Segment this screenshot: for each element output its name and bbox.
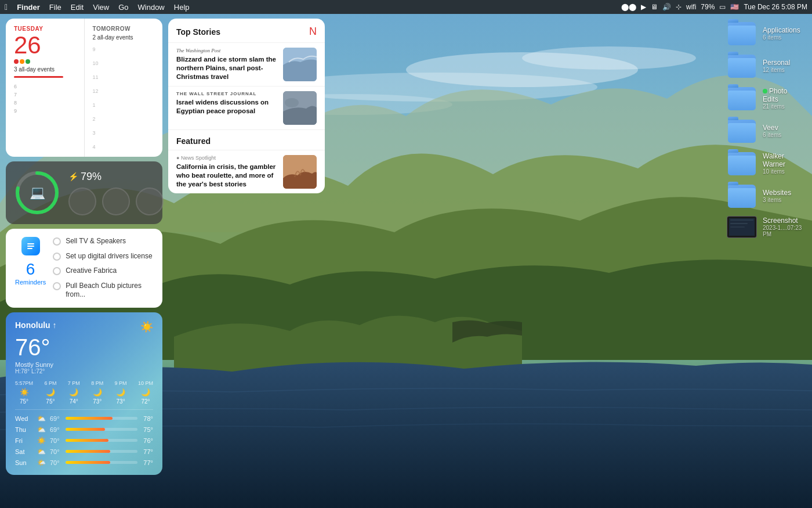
news-story-2[interactable]: THE WALL STREET JOURNAL Israel widens di…: [168, 86, 325, 129]
folder-websites: [727, 183, 757, 208]
battery-icon: ▭: [719, 3, 726, 11]
news-spotlight-label: ● News Spotlight: [176, 155, 277, 161]
laptop-icon: 💻: [30, 185, 45, 200]
reminder-item-1: Sell TV & Speakers: [53, 237, 153, 246]
battery-info: ⚡ 79%: [68, 171, 164, 215]
calendar-time-bar: [14, 76, 63, 78]
news-apple-icon: N: [309, 26, 317, 38]
event-dot-orange: [20, 59, 24, 64]
hour-time-1: 6 PM: [44, 380, 56, 386]
news-story-1[interactable]: The Washington Post Blizzard and ice sto…: [168, 42, 325, 86]
weather-day-bar-container-3: [66, 450, 138, 453]
tomorrow-label: TOMORROW: [93, 26, 155, 32]
weather-day-icon-1: ⛅: [36, 426, 46, 434]
bluetooth-icon[interactable]: ⊹: [676, 3, 682, 11]
finder-menu[interactable]: Finder: [17, 3, 40, 12]
news-widget[interactable]: Top Stories N The Washington Post Blizza…: [168, 19, 325, 193]
volume-icon[interactable]: 🔊: [662, 3, 671, 11]
hour-temp-4: 73°: [117, 398, 125, 405]
stack-screenshot[interactable]: Screenshot 2023-1....07:23 PM: [723, 214, 807, 240]
display-icon[interactable]: 🖥: [651, 3, 658, 11]
calendar-today-events: 3 all-day events: [14, 66, 76, 73]
weather-hour-5: 10 PM 🌙 72°: [138, 380, 153, 405]
news-california-image: [283, 155, 317, 189]
weather-day-bar-2: [66, 439, 109, 442]
folder-front-photo-edits: [728, 91, 756, 110]
stack-text-walker-warner: Walker Warner 10 items: [763, 152, 804, 175]
reminders-widget[interactable]: 6 Reminders Sell TV & Speakers Set up di…: [6, 229, 162, 308]
stack-walker-warner[interactable]: Walker Warner 10 items: [723, 149, 807, 178]
calendar-right-times: 9 10 11 12 1 2 3 4: [93, 46, 155, 150]
calendar-events-bar: [14, 59, 76, 64]
news-source-1: The Washington Post: [176, 48, 277, 53]
play-icon[interactable]: ▶: [641, 3, 646, 11]
stack-text-screenshot: Screenshot 2023-1....07:23 PM: [763, 217, 804, 237]
stack-count-websites: 3 items: [763, 197, 791, 203]
reminder-item-4: Pull Beach Club pictures from...: [53, 282, 153, 300]
calendar-today: TUESDAY 26 3 all-day events 6 7 8 9: [6, 19, 85, 157]
hour-icon-2: 🌙: [69, 388, 78, 397]
device-circle-1: [68, 188, 96, 215]
stack-veev[interactable]: Veev 6 items: [723, 116, 807, 145]
apple-menu[interactable]: : [5, 2, 8, 12]
stack-name-applications: Applications: [763, 26, 800, 34]
stack-text-photo-edits: Photo Edits 21 items: [763, 87, 804, 110]
wifi-icon[interactable]: wifi: [686, 3, 696, 11]
edit-menu[interactable]: Edit: [71, 3, 84, 12]
news-featured-story-1[interactable]: ● News Spotlight California in crisis, t…: [168, 150, 325, 193]
folder-veev: [727, 118, 757, 143]
view-menu[interactable]: View: [93, 3, 109, 12]
window-menu[interactable]: Window: [138, 3, 165, 12]
stack-text-applications: Applications 6 items: [763, 26, 800, 41]
stack-personal[interactable]: Personal 12 items: [723, 51, 807, 80]
weather-day-row-2: Fri ☀️ 70° 76°: [15, 437, 153, 445]
news-featured-1-content: ● News Spotlight California in crisis, t…: [176, 155, 277, 189]
battery-circle: 💻: [14, 170, 60, 216]
weather-day-icon-0: ⛅: [36, 415, 46, 423]
datetime-display: Tue Dec 26 5:08 PM: [744, 3, 807, 11]
weather-widget[interactable]: Honolulu ↑ ☀️ 76° Mostly Sunny H:78° L:7…: [6, 312, 162, 475]
battery-widget[interactable]: 💻 ⚡ 79%: [6, 161, 162, 224]
go-menu[interactable]: Go: [118, 3, 128, 12]
file-menu[interactable]: File: [49, 3, 61, 12]
calendar-widget[interactable]: TUESDAY 26 3 all-day events 6 7 8 9 TOMO…: [6, 19, 162, 157]
stack-websites[interactable]: Websites 3 items: [723, 181, 807, 210]
news-blizzard-image: [283, 48, 317, 81]
stack-count-walker-warner: 10 items: [763, 168, 804, 175]
weather-day-hi-3: 77°: [143, 448, 153, 455]
device-circle-3: [136, 188, 164, 215]
weather-day-name-0: Wed: [15, 415, 32, 422]
folder-walker-warner: [727, 151, 757, 175]
stack-name-websites: Websites: [763, 189, 791, 197]
hour-time-4: 9 PM: [115, 380, 127, 386]
time-4: 4: [93, 144, 155, 150]
control-center-icon[interactable]: ⬤⬤: [621, 3, 636, 11]
weather-hour-0: 5:57PM ☀️ 75°: [15, 380, 33, 405]
news-image-1: [283, 48, 317, 81]
stack-photo-edits[interactable]: Photo Edits 21 items: [723, 84, 807, 113]
weather-temperature: 76°: [15, 336, 153, 359]
reminder-text-2: Set up digital drivers license: [66, 252, 152, 261]
weather-hi-lo: H:78° L:72°: [15, 368, 153, 374]
weather-day-bar-1: [66, 428, 106, 431]
folder-front-veev: [728, 123, 756, 143]
time-11: 11: [93, 74, 155, 80]
reminders-list: Sell TV & Speakers Set up digital driver…: [53, 237, 153, 300]
help-menu[interactable]: Help: [174, 3, 190, 12]
menubar-left:  Finder File Edit View Go Window Help: [5, 2, 190, 12]
stack-applications[interactable]: Applications 6 items: [723, 19, 807, 48]
stack-name-walker-warner: Walker Warner: [763, 152, 804, 168]
reminders-app-icon: [21, 237, 40, 255]
hour-icon-4: 🌙: [116, 388, 125, 397]
folder-front-walker-warner: [728, 156, 756, 175]
stack-label-screenshot: 2023-1....07:23 PM: [763, 225, 804, 237]
time-12: 12: [93, 88, 155, 94]
time-1: 1: [93, 102, 155, 108]
reminder-radio-3: [53, 267, 61, 275]
weather-header: Honolulu ↑ ☀️: [15, 320, 153, 333]
hour-time-0: 5:57PM: [15, 380, 33, 386]
weather-day-bar-4: [66, 461, 110, 464]
hour-time-2: 7 PM: [68, 380, 80, 386]
clock-flag: 🇺🇸: [730, 3, 739, 11]
stack-name-veev: Veev: [763, 124, 781, 132]
